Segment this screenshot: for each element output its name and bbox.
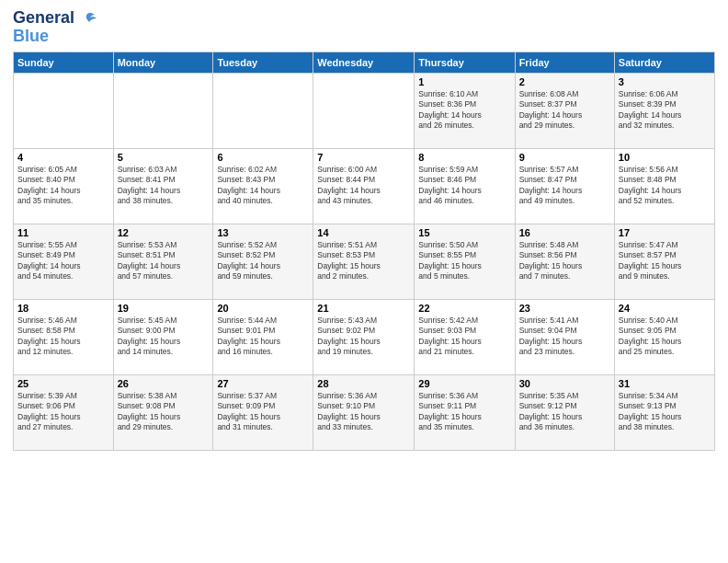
day-cell-31: 31Sunrise: 5:34 AM Sunset: 9:13 PM Dayli…: [614, 374, 714, 450]
day-info: Sunrise: 5:53 AM Sunset: 8:51 PM Dayligh…: [118, 240, 210, 282]
day-info: Sunrise: 5:48 AM Sunset: 8:56 PM Dayligh…: [519, 240, 610, 282]
day-info: Sunrise: 5:55 AM Sunset: 8:49 PM Dayligh…: [17, 240, 109, 282]
day-info: Sunrise: 5:37 AM Sunset: 9:09 PM Dayligh…: [217, 391, 309, 433]
day-number: 17: [619, 227, 711, 238]
page-container: General Blue SundayMondayTuesdayWednesda…: [0, 0, 728, 458]
day-number: 5: [118, 152, 210, 163]
day-number: 9: [519, 152, 610, 163]
logo-bird-icon: [76, 12, 97, 30]
day-number: 18: [17, 303, 109, 314]
day-cell-20: 20Sunrise: 5:44 AM Sunset: 9:01 PM Dayli…: [213, 299, 313, 374]
day-number: 7: [317, 152, 410, 163]
day-cell-4: 4Sunrise: 6:05 AM Sunset: 8:40 PM Daylig…: [14, 148, 114, 224]
day-info: Sunrise: 5:57 AM Sunset: 8:47 PM Dayligh…: [519, 165, 610, 207]
day-info: Sunrise: 5:35 AM Sunset: 9:12 PM Dayligh…: [519, 391, 610, 433]
day-info: Sunrise: 6:00 AM Sunset: 8:44 PM Dayligh…: [317, 165, 410, 207]
day-number: 24: [619, 303, 711, 314]
day-info: Sunrise: 6:03 AM Sunset: 8:41 PM Dayligh…: [118, 165, 210, 207]
day-number: 12: [118, 227, 210, 238]
col-header-monday: Monday: [113, 52, 213, 73]
day-cell-30: 30Sunrise: 5:35 AM Sunset: 9:12 PM Dayli…: [515, 374, 614, 450]
day-number: 6: [217, 152, 309, 163]
day-cell-5: 5Sunrise: 6:03 AM Sunset: 8:41 PM Daylig…: [113, 148, 213, 224]
day-info: Sunrise: 5:39 AM Sunset: 9:06 PM Dayligh…: [17, 391, 109, 433]
logo-general: General: [13, 8, 74, 27]
day-number: 27: [217, 378, 309, 389]
day-info: Sunrise: 5:40 AM Sunset: 9:05 PM Dayligh…: [619, 316, 711, 358]
day-cell-3: 3Sunrise: 6:06 AM Sunset: 8:39 PM Daylig…: [614, 73, 714, 148]
day-info: Sunrise: 5:47 AM Sunset: 8:57 PM Dayligh…: [619, 240, 711, 282]
day-cell-22: 22Sunrise: 5:42 AM Sunset: 9:03 PM Dayli…: [415, 299, 515, 374]
calendar-table: SundayMondayTuesdayWednesdayThursdayFrid…: [13, 52, 715, 451]
day-info: Sunrise: 5:56 AM Sunset: 8:48 PM Dayligh…: [619, 165, 711, 207]
day-cell-7: 7Sunrise: 6:00 AM Sunset: 8:44 PM Daylig…: [313, 148, 415, 224]
week-row-3: 11Sunrise: 5:55 AM Sunset: 8:49 PM Dayli…: [14, 224, 715, 299]
day-number: 20: [217, 303, 309, 314]
week-row-1: 1Sunrise: 6:10 AM Sunset: 8:36 PM Daylig…: [14, 73, 715, 148]
day-cell-29: 29Sunrise: 5:36 AM Sunset: 9:11 PM Dayli…: [415, 374, 515, 450]
day-cell-26: 26Sunrise: 5:38 AM Sunset: 9:08 PM Dayli…: [113, 374, 213, 450]
col-header-sunday: Sunday: [14, 52, 114, 73]
day-cell-2: 2Sunrise: 6:08 AM Sunset: 8:37 PM Daylig…: [515, 73, 614, 148]
day-cell-13: 13Sunrise: 5:52 AM Sunset: 8:52 PM Dayli…: [213, 224, 313, 299]
day-number: 2: [519, 76, 610, 87]
day-cell-empty: [313, 73, 415, 148]
day-cell-1: 1Sunrise: 6:10 AM Sunset: 8:36 PM Daylig…: [415, 73, 515, 148]
day-cell-15: 15Sunrise: 5:50 AM Sunset: 8:55 PM Dayli…: [415, 224, 515, 299]
header: General Blue: [13, 9, 715, 46]
logo-text: General Blue: [13, 9, 74, 46]
col-header-saturday: Saturday: [614, 52, 714, 73]
day-info: Sunrise: 6:06 AM Sunset: 8:39 PM Dayligh…: [619, 89, 711, 132]
day-cell-19: 19Sunrise: 5:45 AM Sunset: 9:00 PM Dayli…: [113, 299, 213, 374]
day-cell-empty: [213, 73, 313, 148]
col-header-friday: Friday: [515, 52, 614, 73]
col-header-tuesday: Tuesday: [213, 52, 313, 73]
day-info: Sunrise: 6:05 AM Sunset: 8:40 PM Dayligh…: [17, 165, 109, 207]
day-info: Sunrise: 5:45 AM Sunset: 9:00 PM Dayligh…: [118, 316, 210, 358]
day-number: 13: [217, 227, 309, 238]
day-info: Sunrise: 5:41 AM Sunset: 9:04 PM Dayligh…: [519, 316, 610, 358]
col-header-wednesday: Wednesday: [313, 52, 415, 73]
week-row-4: 18Sunrise: 5:46 AM Sunset: 8:58 PM Dayli…: [14, 299, 715, 374]
logo-blue: Blue: [13, 27, 49, 45]
day-info: Sunrise: 5:46 AM Sunset: 8:58 PM Dayligh…: [17, 316, 109, 358]
day-number: 26: [118, 378, 210, 389]
day-cell-23: 23Sunrise: 5:41 AM Sunset: 9:04 PM Dayli…: [515, 299, 614, 374]
day-number: 11: [17, 227, 109, 238]
day-number: 23: [519, 303, 610, 314]
day-number: 25: [17, 378, 109, 389]
logo: General Blue: [13, 9, 97, 46]
day-number: 15: [418, 227, 510, 238]
day-number: 21: [317, 303, 410, 314]
day-number: 14: [317, 227, 410, 238]
day-cell-10: 10Sunrise: 5:56 AM Sunset: 8:48 PM Dayli…: [614, 148, 714, 224]
day-cell-14: 14Sunrise: 5:51 AM Sunset: 8:53 PM Dayli…: [313, 224, 415, 299]
day-number: 10: [619, 152, 711, 163]
day-info: Sunrise: 5:44 AM Sunset: 9:01 PM Dayligh…: [217, 316, 309, 358]
day-info: Sunrise: 5:38 AM Sunset: 9:08 PM Dayligh…: [118, 391, 210, 433]
day-cell-17: 17Sunrise: 5:47 AM Sunset: 8:57 PM Dayli…: [614, 224, 714, 299]
day-number: 28: [317, 378, 410, 389]
day-info: Sunrise: 5:50 AM Sunset: 8:55 PM Dayligh…: [418, 240, 510, 282]
day-number: 16: [519, 227, 610, 238]
week-row-5: 25Sunrise: 5:39 AM Sunset: 9:06 PM Dayli…: [14, 374, 715, 450]
day-info: Sunrise: 5:34 AM Sunset: 9:13 PM Dayligh…: [619, 391, 711, 433]
day-info: Sunrise: 5:59 AM Sunset: 8:46 PM Dayligh…: [418, 165, 510, 207]
day-number: 30: [519, 378, 610, 389]
day-cell-empty: [14, 73, 114, 148]
day-cell-21: 21Sunrise: 5:43 AM Sunset: 9:02 PM Dayli…: [313, 299, 415, 374]
day-number: 19: [118, 303, 210, 314]
header-row: SundayMondayTuesdayWednesdayThursdayFrid…: [14, 52, 715, 73]
day-cell-27: 27Sunrise: 5:37 AM Sunset: 9:09 PM Dayli…: [213, 374, 313, 450]
day-cell-28: 28Sunrise: 5:36 AM Sunset: 9:10 PM Dayli…: [313, 374, 415, 450]
day-number: 31: [619, 378, 711, 389]
day-info: Sunrise: 5:36 AM Sunset: 9:10 PM Dayligh…: [317, 391, 410, 433]
day-number: 1: [418, 76, 510, 87]
day-cell-8: 8Sunrise: 5:59 AM Sunset: 8:46 PM Daylig…: [415, 148, 515, 224]
day-cell-24: 24Sunrise: 5:40 AM Sunset: 9:05 PM Dayli…: [614, 299, 714, 374]
day-cell-25: 25Sunrise: 5:39 AM Sunset: 9:06 PM Dayli…: [14, 374, 114, 450]
day-cell-6: 6Sunrise: 6:02 AM Sunset: 8:43 PM Daylig…: [213, 148, 313, 224]
day-info: Sunrise: 5:36 AM Sunset: 9:11 PM Dayligh…: [418, 391, 510, 433]
day-cell-11: 11Sunrise: 5:55 AM Sunset: 8:49 PM Dayli…: [14, 224, 114, 299]
day-number: 4: [17, 152, 109, 163]
